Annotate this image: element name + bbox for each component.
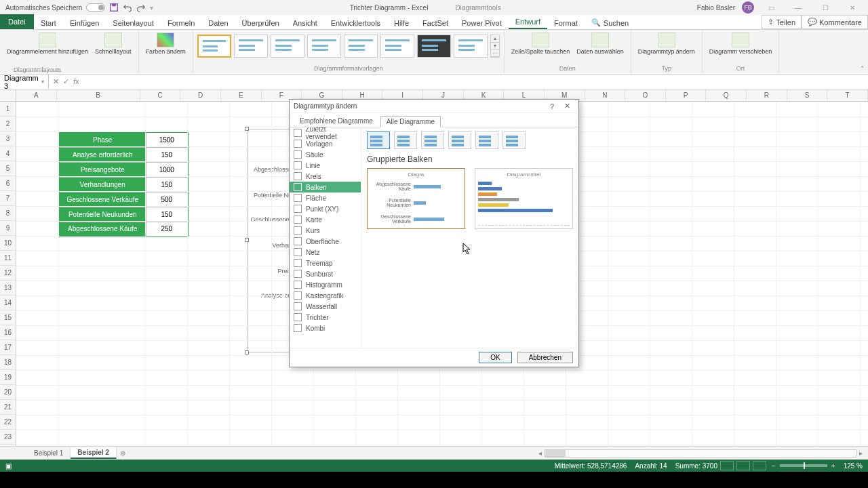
page-break-view-icon[interactable]	[753, 461, 766, 470]
chart-category-item[interactable]: Linie	[290, 160, 361, 171]
row-header[interactable]: 2	[0, 117, 16, 131]
horizontal-scrollbar[interactable]: ◂ ▸	[129, 449, 868, 458]
confirm-formula-icon[interactable]: ✓	[63, 77, 69, 86]
row-header[interactable]: 15	[0, 310, 16, 325]
cancel-formula-icon[interactable]: ✕	[53, 77, 59, 86]
table-row-value[interactable]: 250	[146, 222, 188, 237]
row-header[interactable]: 12	[0, 266, 16, 281]
table-row-value[interactable]: 500	[146, 192, 188, 207]
column-header[interactable]: T	[827, 89, 868, 102]
file-tab[interactable]: Datei	[0, 14, 34, 29]
chart-category-item[interactable]: Karte	[290, 214, 361, 225]
tab-format[interactable]: Format	[547, 17, 585, 29]
switch-row-col-button[interactable]: Zeile/Spalte tauschen	[509, 31, 573, 57]
zoom-level[interactable]: 125 %	[844, 462, 863, 470]
column-header[interactable]: O	[625, 89, 666, 102]
dialog-titlebar[interactable]: Diagrammtyp ändern ? ✕	[290, 100, 578, 113]
tab-data[interactable]: Daten	[201, 17, 235, 29]
tab-powerpivot[interactable]: Power Pivot	[455, 17, 509, 29]
chart-category-list[interactable]: Zuletzt verwendetVorlagenSäuleLinieKreis…	[290, 127, 361, 348]
scroll-left-icon[interactable]: ◂	[538, 449, 542, 457]
row-header[interactable]: 10	[0, 236, 16, 251]
tab-view[interactable]: Ansicht	[286, 17, 324, 29]
row-header[interactable]: 16	[0, 325, 16, 340]
change-chart-type-button[interactable]: Diagrammtyp ändern	[635, 31, 698, 57]
sheet-tab[interactable]: Beispiel 1	[27, 448, 71, 458]
zoom-slider[interactable]	[780, 464, 827, 467]
resize-handle[interactable]	[245, 127, 249, 131]
row-header[interactable]: 21	[0, 400, 16, 415]
chart-preview-2[interactable]: Diagrammtitel	[475, 168, 573, 229]
row-header[interactable]: 5	[0, 161, 16, 176]
row-header[interactable]: 3	[0, 131, 16, 146]
save-icon[interactable]	[109, 3, 119, 12]
undo-icon[interactable]	[123, 3, 132, 12]
chart-category-item[interactable]: Kreis	[290, 171, 361, 182]
select-all-corner[interactable]	[0, 89, 16, 102]
row-header[interactable]: 7	[0, 191, 16, 206]
tab-insert[interactable]: Einfügen	[63, 17, 106, 29]
tab-developer[interactable]: Entwicklertools	[324, 17, 387, 29]
table-row-label[interactable]: Potentielle Neukunden	[59, 207, 146, 222]
autosave-toggle[interactable]	[86, 3, 105, 12]
page-layout-view-icon[interactable]	[736, 461, 750, 470]
chart-category-item[interactable]: Balken	[290, 182, 361, 192]
cancel-button[interactable]: Abbrechen	[517, 352, 573, 363]
tab-recommended[interactable]: Empfohlene Diagramme	[294, 115, 379, 127]
table-header-value[interactable]: 1500	[146, 132, 188, 147]
chart-category-item[interactable]: Kombi	[290, 323, 361, 333]
row-header[interactable]: 14	[0, 296, 16, 310]
minimize-icon[interactable]: —	[788, 3, 808, 12]
row-headers[interactable]: 1234567891011121314151617181920212223242…	[0, 102, 16, 446]
column-header[interactable]: Q	[706, 89, 747, 102]
chart-category-item[interactable]: Trichter	[290, 312, 361, 323]
table-row-label[interactable]: Analyse erforderlich	[59, 147, 146, 162]
chart-category-item[interactable]: Treemap	[290, 258, 361, 268]
column-header[interactable]: P	[666, 89, 707, 102]
tab-review[interactable]: Überprüfen	[235, 17, 286, 29]
chart-styles-gallery[interactable]: ▴▾⋯	[197, 31, 500, 61]
chevron-down-icon[interactable]: ▾	[41, 79, 44, 85]
column-header[interactable]: A	[16, 89, 57, 102]
row-header[interactable]: 4	[0, 146, 16, 161]
row-header[interactable]: 24	[0, 445, 16, 446]
tab-all-charts[interactable]: Alle Diagramme	[380, 116, 441, 127]
quick-layout-button[interactable]: Schnelllayout	[92, 31, 134, 57]
tab-start[interactable]: Start	[34, 17, 63, 29]
fx-icon[interactable]: fx	[73, 77, 79, 86]
add-sheet-button[interactable]: ⊕	[117, 449, 129, 457]
chart-category-item[interactable]: Zuletzt verwendet	[290, 127, 361, 138]
change-colors-button[interactable]: Farben ändern	[143, 31, 189, 57]
row-header[interactable]: 11	[0, 251, 16, 266]
row-header[interactable]: 22	[0, 415, 16, 430]
subtype-100-stacked-bar[interactable]	[421, 131, 444, 149]
chart-category-item[interactable]: Wasserfall	[290, 301, 361, 312]
select-data-button[interactable]: Daten auswählen	[574, 31, 627, 57]
tab-pagelayout[interactable]: Seitenlayout	[106, 17, 161, 29]
maximize-icon[interactable]: ☐	[815, 3, 835, 12]
chart-category-item[interactable]: Fläche	[290, 192, 361, 203]
column-header[interactable]: C	[140, 89, 181, 102]
move-chart-button[interactable]: Diagramm verschieben	[707, 31, 775, 57]
gallery-more-button[interactable]: ▴▾⋯	[490, 35, 500, 58]
tab-factset[interactable]: FactSet	[416, 17, 455, 29]
row-header[interactable]: 20	[0, 385, 16, 400]
resize-handle[interactable]	[245, 350, 249, 354]
table-row-value[interactable]: 1000	[146, 162, 188, 177]
style-thumb-5[interactable]	[344, 35, 378, 58]
chart-category-item[interactable]: Säule	[290, 149, 361, 160]
table-row-label[interactable]: Abgeschlossene Käufe	[59, 222, 146, 237]
style-thumb-4[interactable]	[307, 35, 341, 58]
table-row-value[interactable]: 150	[146, 207, 188, 222]
column-header[interactable]: B	[57, 89, 140, 102]
normal-view-icon[interactable]	[720, 461, 734, 470]
subtype-stacked-bar[interactable]	[394, 131, 417, 149]
style-thumb-3[interactable]	[271, 35, 304, 58]
row-header[interactable]: 13	[0, 281, 16, 296]
column-header[interactable]: D	[180, 89, 221, 102]
column-header[interactable]: R	[747, 89, 787, 102]
style-thumb-6[interactable]	[380, 35, 414, 58]
zoom-in-icon[interactable]: +	[831, 462, 835, 470]
chart-category-item[interactable]: Kurs	[290, 225, 361, 236]
row-header[interactable]: 23	[0, 430, 16, 445]
